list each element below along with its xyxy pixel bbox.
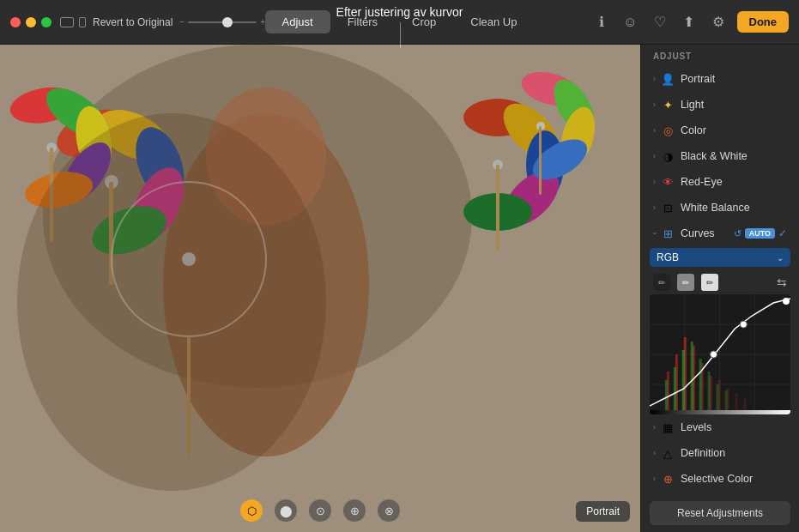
selective-color-icon: ⊕ <box>661 472 675 486</box>
toolbar-icon-4[interactable]: ⊕ <box>343 499 366 522</box>
curves-header[interactable]: › ⊞ Curves ↺ AUTO ✓ <box>641 221 799 246</box>
minimize-button[interactable] <box>26 17 36 27</box>
chevron-definition: › <box>653 449 656 457</box>
chevron-color: › <box>653 126 656 135</box>
levels-icon: ▦ <box>661 420 675 434</box>
adjust-item-selective-color[interactable]: › ⊕ Selective Color <box>641 466 799 492</box>
svg-rect-59 <box>717 384 719 414</box>
definition-icon: △ <box>661 446 675 460</box>
adjust-label-portrait: Portrait <box>681 73 787 85</box>
reset-adjustments-button[interactable]: Reset Adjustments <box>650 501 790 525</box>
toolbar-icon-5[interactable]: ⊗ <box>378 499 400 522</box>
toolbar-icon-2[interactable]: ⬤ <box>275 499 297 522</box>
rgb-chevron-icon: ⌄ <box>777 253 784 263</box>
adjust-item-levels[interactable]: › ▦ Levels <box>641 414 799 440</box>
main-content: ⬡ ⬤ ⊙ ⊕ ⊗ Portrait ADJUST › 👤 Portrait ›… <box>0 45 799 532</box>
adjust-label-definition: Definition <box>681 447 787 459</box>
dropper-gray-tool[interactable]: ✏ <box>677 274 694 291</box>
svg-rect-56 <box>691 342 693 414</box>
svg-rect-58 <box>708 372 711 414</box>
tab-adjust[interactable]: Adjust <box>265 10 330 33</box>
adjust-label-bw: Black & White <box>681 150 787 162</box>
adjust-label-redeye: Red-Eye <box>681 176 787 188</box>
chevron-curves: › <box>651 233 659 235</box>
window-icon <box>60 17 86 27</box>
traffic-lights <box>10 17 51 27</box>
toolbar-portrait-icon[interactable]: ⬡ <box>240 499 263 522</box>
tooltip-line <box>400 22 401 48</box>
close-button[interactable] <box>10 17 21 27</box>
portrait-overlay-button[interactable]: Portrait <box>576 501 630 522</box>
image-area: ⬡ ⬤ ⊙ ⊕ ⊗ Portrait <box>0 45 640 532</box>
chevron-selective-color: › <box>653 475 656 483</box>
svg-point-61 <box>711 351 717 358</box>
curves-check-icon[interactable]: ✓ <box>778 227 787 239</box>
adjust-label-wb: White Balance <box>681 202 787 214</box>
adjust-label-color: Color <box>681 124 787 136</box>
curves-icon: ⊞ <box>661 227 675 240</box>
curves-section: › ⊞ Curves ↺ AUTO ✓ RGB ⌄ ✏ <box>641 221 799 414</box>
svg-point-64 <box>783 298 790 305</box>
adjust-list: › 👤 Portrait › ✦ Light › ◎ Color › ◑ Bla… <box>641 66 799 494</box>
adjust-label-levels: Levels <box>681 421 787 433</box>
gear-button[interactable]: ⚙ <box>708 12 729 33</box>
svg-rect-55 <box>682 350 685 414</box>
rgb-channel-select[interactable]: RGB ⌄ <box>650 248 790 267</box>
adjust-item-redeye[interactable]: › 👁 Red-Eye <box>641 169 799 195</box>
right-panel: ADJUST › 👤 Portrait › ✦ Light › ◎ Color <box>640 45 799 532</box>
zoom-minus-icon: − <box>179 17 185 27</box>
bw-icon: ◑ <box>661 149 675 163</box>
curves-tools: ✏ ✏ ✏ ⇆ <box>641 270 799 294</box>
svg-rect-57 <box>699 359 702 414</box>
curves-controls: ↺ AUTO ✓ <box>734 227 787 239</box>
tab-filters[interactable]: Filters <box>330 10 395 33</box>
info-button[interactable]: ℹ <box>591 12 612 33</box>
adjust-item-light[interactable]: › ✦ Light <box>641 92 799 118</box>
light-icon: ✦ <box>661 98 675 112</box>
curves-transfer-icon[interactable]: ⇆ <box>777 275 787 289</box>
svg-rect-63 <box>650 410 790 414</box>
chevron-light: › <box>653 100 656 109</box>
titlebar-right: ℹ ☺ ♡ ⬆ ⚙ Done <box>591 11 790 33</box>
adjust-item-definition[interactable]: › △ Definition <box>641 440 799 466</box>
maximize-button[interactable] <box>41 17 51 27</box>
toolbar-icon-3[interactable]: ⊙ <box>309 499 331 522</box>
adjust-label-selective-color: Selective Color <box>681 473 787 485</box>
dropper-white-tool[interactable]: ✏ <box>701 274 718 291</box>
tab-crop[interactable]: Crop <box>395 10 453 33</box>
chevron-wb: › <box>653 203 656 212</box>
done-button[interactable]: Done <box>737 11 790 33</box>
curves-undo-icon[interactable]: ↺ <box>734 228 741 239</box>
rgb-label: RGB <box>657 251 679 263</box>
svg-rect-54 <box>674 367 676 414</box>
adjust-item-wb[interactable]: › ⊡ White Balance <box>641 195 799 221</box>
panel-header: ADJUST <box>641 45 799 66</box>
curves-graph[interactable] <box>650 294 790 414</box>
photo: ⬡ ⬤ ⊙ ⊕ ⊗ Portrait <box>0 45 640 532</box>
color-icon: ◎ <box>661 124 675 137</box>
share-button[interactable]: ⬆ <box>679 12 699 33</box>
revert-button[interactable]: Revert to Original <box>93 16 173 28</box>
chevron-portrait: › <box>653 75 656 83</box>
svg-point-62 <box>740 321 747 328</box>
adjust-item-bw[interactable]: › ◑ Black & White <box>641 143 799 169</box>
emoji-button[interactable]: ☺ <box>620 12 641 33</box>
pinwheel-overlay <box>0 45 640 532</box>
portrait-icon: 👤 <box>661 72 675 86</box>
tab-cleanup[interactable]: Clean Up <box>453 10 534 33</box>
heart-button[interactable]: ♡ <box>650 12 670 33</box>
bottom-toolbar: ⬡ ⬤ ⊙ ⊕ ⊗ <box>240 499 400 522</box>
adjust-item-color[interactable]: › ◎ Color <box>641 118 799 143</box>
redeye-icon: 👁 <box>661 175 675 189</box>
dropper-black-tool[interactable]: ✏ <box>653 274 670 291</box>
adjust-item-portrait[interactable]: › 👤 Portrait <box>641 66 799 92</box>
curves-auto-badge[interactable]: AUTO <box>745 228 775 239</box>
wb-icon: ⊡ <box>661 201 675 215</box>
curves-title: Curves <box>681 227 734 239</box>
chevron-redeye: › <box>653 178 656 186</box>
chevron-levels: › <box>653 423 656 432</box>
chevron-bw: › <box>653 152 656 160</box>
adjust-label-light: Light <box>681 99 787 111</box>
zoom-slider[interactable]: − + <box>179 17 265 27</box>
